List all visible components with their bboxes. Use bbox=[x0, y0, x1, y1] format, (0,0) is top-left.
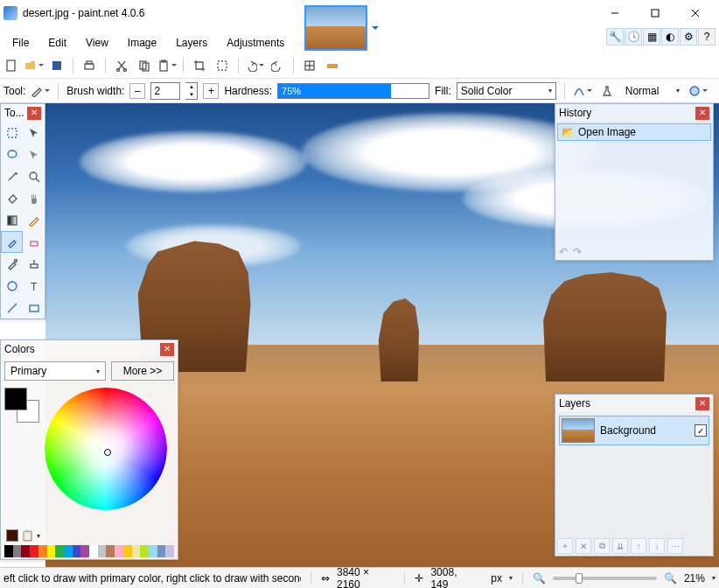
print-button[interactable] bbox=[80, 56, 99, 75]
menu-view[interactable]: View bbox=[77, 34, 117, 52]
recent-color-swatch[interactable] bbox=[6, 529, 18, 542]
history-item[interactable]: 📂 Open Image bbox=[557, 123, 711, 141]
palette-color[interactable] bbox=[64, 545, 73, 557]
menu-file[interactable]: File bbox=[3, 34, 38, 52]
open-button[interactable] bbox=[24, 56, 44, 75]
palette-color[interactable] bbox=[165, 545, 174, 557]
palette-color[interactable] bbox=[4, 545, 13, 557]
palette-color[interactable] bbox=[13, 545, 22, 557]
paste-button[interactable] bbox=[157, 56, 177, 75]
palette-color[interactable] bbox=[21, 545, 30, 557]
brush-width-inc[interactable]: + bbox=[203, 83, 219, 99]
crop-button[interactable] bbox=[190, 56, 209, 75]
tool-line[interactable] bbox=[1, 297, 23, 318]
menu-layers[interactable]: Layers bbox=[167, 34, 216, 52]
brush-width-input[interactable] bbox=[150, 82, 180, 100]
tools-panel-close[interactable]: ✕ bbox=[27, 107, 41, 120]
palette-color[interactable] bbox=[132, 545, 141, 557]
add-color-icon[interactable]: 📋 bbox=[21, 529, 34, 542]
brush-width-spinner[interactable]: ▲▼ bbox=[185, 82, 198, 100]
grid-button[interactable] bbox=[300, 56, 319, 75]
palette-color[interactable] bbox=[89, 545, 98, 557]
layer-visible-checkbox[interactable]: ✓ bbox=[695, 424, 707, 437]
cut-button[interactable] bbox=[112, 56, 131, 75]
palette-color[interactable] bbox=[38, 545, 47, 557]
tool-move-selection[interactable] bbox=[23, 122, 45, 144]
close-button[interactable] bbox=[675, 1, 716, 25]
history-panel-close[interactable]: ✕ bbox=[695, 107, 709, 120]
brush-width-dec[interactable]: – bbox=[129, 83, 145, 99]
palette-color[interactable] bbox=[80, 545, 89, 557]
tool-eraser[interactable] bbox=[23, 231, 45, 253]
save-button[interactable] bbox=[47, 56, 66, 75]
history-window-toggle[interactable]: 🕓 bbox=[625, 28, 642, 46]
palette-strip[interactable] bbox=[4, 545, 174, 557]
layer-duplicate-button[interactable]: ⧉ bbox=[594, 538, 610, 554]
overwrite-toggle[interactable] bbox=[688, 81, 708, 101]
help-icon[interactable]: ? bbox=[698, 28, 716, 46]
deselect-button[interactable] bbox=[213, 56, 232, 75]
tool-clone[interactable] bbox=[23, 253, 45, 275]
copy-button[interactable] bbox=[135, 56, 154, 75]
colors-panel-close[interactable]: ✕ bbox=[160, 343, 174, 356]
undo-button[interactable] bbox=[245, 56, 264, 75]
palette-menu-icon[interactable]: ▾ bbox=[37, 532, 40, 540]
hardness-slider[interactable]: 75% bbox=[277, 83, 429, 99]
palette-color[interactable] bbox=[30, 545, 38, 557]
tool-paintbucket[interactable] bbox=[1, 187, 23, 209]
tool-magic-wand[interactable] bbox=[1, 165, 23, 187]
tools-window-toggle[interactable]: 🔧 bbox=[606, 28, 624, 46]
layer-add-button[interactable]: ＋ bbox=[557, 538, 573, 554]
palette-color[interactable] bbox=[106, 545, 115, 557]
new-button[interactable] bbox=[2, 56, 21, 75]
fill-select[interactable]: Solid Color▾ bbox=[457, 82, 556, 100]
tool-zoom[interactable] bbox=[23, 165, 45, 187]
tool-recolor[interactable] bbox=[1, 275, 23, 297]
redo-button[interactable] bbox=[268, 56, 287, 75]
palette-color[interactable] bbox=[140, 545, 149, 557]
antialias-toggle[interactable] bbox=[573, 81, 592, 101]
colors-window-toggle[interactable]: ◐ bbox=[661, 28, 679, 46]
palette-color[interactable] bbox=[98, 545, 107, 557]
tool-shapes[interactable] bbox=[23, 297, 45, 318]
tool-pan[interactable] bbox=[23, 187, 45, 209]
palette-color[interactable] bbox=[123, 545, 132, 557]
layer-delete-button[interactable]: ✕ bbox=[576, 538, 591, 554]
palette-color[interactable] bbox=[55, 545, 64, 557]
tool-rect-select[interactable] bbox=[1, 122, 23, 144]
tool-picker[interactable] bbox=[31, 81, 50, 101]
history-redo-icon[interactable]: ↷ bbox=[573, 246, 582, 258]
tool-move-pixels[interactable] bbox=[23, 144, 45, 165]
tool-colorpicker[interactable] bbox=[1, 253, 23, 275]
palette-color[interactable] bbox=[149, 545, 157, 557]
zoom-slider[interactable] bbox=[553, 577, 657, 580]
tool-paintbrush[interactable] bbox=[1, 231, 23, 253]
palette-color[interactable] bbox=[73, 545, 81, 557]
tool-lasso[interactable] bbox=[1, 144, 23, 165]
color-swatches[interactable] bbox=[4, 388, 39, 423]
tool-text[interactable]: T bbox=[23, 275, 45, 297]
palette-color[interactable] bbox=[157, 545, 166, 557]
layer-down-button[interactable]: ↓ bbox=[649, 538, 665, 554]
primary-swatch[interactable] bbox=[4, 388, 27, 410]
palette-color[interactable] bbox=[47, 545, 56, 557]
layer-merge-button[interactable]: ⇊ bbox=[612, 538, 628, 554]
menu-edit[interactable]: Edit bbox=[39, 34, 75, 52]
layer-up-button[interactable]: ↑ bbox=[631, 538, 646, 554]
tool-gradient[interactable] bbox=[1, 209, 23, 231]
blend-mode-select[interactable]: Normal▾ bbox=[622, 82, 683, 100]
colors-more-button[interactable]: More >> bbox=[111, 361, 174, 381]
ruler-button[interactable] bbox=[323, 56, 342, 75]
status-unit[interactable]: px bbox=[491, 572, 502, 584]
zoom-in-icon[interactable]: 🔍 bbox=[664, 572, 677, 584]
settings-icon[interactable]: ⚙ bbox=[680, 28, 697, 46]
color-mode-select[interactable]: Primary▾ bbox=[4, 361, 106, 381]
tool-pencil[interactable] bbox=[23, 209, 45, 231]
layers-panel-close[interactable]: ✕ bbox=[695, 397, 709, 410]
history-undo-icon[interactable]: ↶ bbox=[559, 246, 568, 258]
layer-props-button[interactable]: ⋯ bbox=[667, 538, 683, 554]
layer-row[interactable]: Background ✓ bbox=[559, 416, 709, 445]
image-tab-desert[interactable] bbox=[304, 5, 367, 51]
menu-image[interactable]: Image bbox=[119, 34, 165, 52]
layers-window-toggle[interactable]: ▦ bbox=[643, 28, 660, 46]
